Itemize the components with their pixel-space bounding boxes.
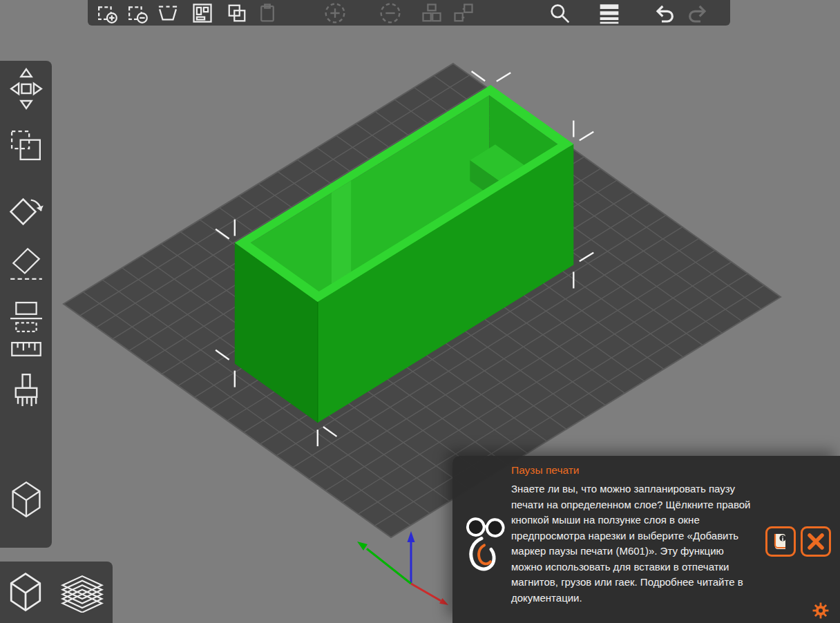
gizmo-toolbar [0, 61, 52, 548]
hint-body: Знаете ли вы, что можно запланировать па… [511, 481, 756, 606]
delete-all-icon [158, 3, 178, 23]
arrange-button[interactable] [189, 2, 216, 24]
close-icon [807, 533, 825, 550]
close-hint-button[interactable] [801, 526, 831, 557]
remove-instance-button[interactable] [376, 2, 404, 24]
arrange-icon [192, 3, 213, 23]
remove-instance-icon [379, 2, 401, 24]
search-icon [548, 2, 571, 24]
clippy-assistant-icon [461, 508, 509, 573]
copy-icon [227, 3, 247, 23]
book-info-icon [772, 533, 790, 550]
hint-dialog: Паузы печати Знаете ли вы, что можно зап… [452, 456, 840, 623]
cube-3d-icon [6, 571, 45, 612]
editor-3d-button[interactable] [6, 571, 45, 614]
top-toolbar [88, 0, 730, 26]
layers-icon [598, 2, 620, 24]
add-instance-icon [324, 2, 346, 24]
brush-icon [10, 373, 43, 415]
paint-supports-tool-button[interactable] [10, 373, 43, 415]
add-button[interactable] [93, 2, 121, 24]
delete-icon [127, 3, 148, 23]
preview-button[interactable] [58, 570, 106, 615]
undo-button[interactable] [651, 2, 678, 24]
gear-icon [812, 602, 829, 619]
move-tool-button[interactable] [10, 68, 43, 110]
scale-icon [10, 130, 42, 162]
hint-title: Паузы печати [511, 464, 760, 477]
paste-button[interactable] [254, 2, 281, 24]
cut-icon [10, 301, 42, 333]
rotate-tool-button[interactable] [9, 196, 44, 227]
measure-tool-button[interactable] [10, 340, 42, 360]
place-on-face-icon [9, 245, 44, 282]
place-on-face-tool-button[interactable] [9, 245, 44, 282]
copy-button[interactable] [223, 2, 251, 24]
cut-tool-button[interactable] [10, 301, 42, 333]
seam-tool-button[interactable] [8, 479, 44, 518]
cube-icon [8, 479, 44, 518]
add-instance-button[interactable] [321, 2, 349, 24]
delete-all-button[interactable] [154, 2, 182, 24]
axes-indicator [357, 531, 448, 605]
rotate-icon [9, 196, 44, 227]
redo-button[interactable] [684, 2, 712, 24]
move-icon [10, 68, 43, 110]
add-icon [97, 3, 117, 23]
hint-buttons [765, 526, 831, 557]
scale-tool-button[interactable] [10, 130, 42, 162]
search-button[interactable] [546, 2, 573, 24]
sliced-layers-icon [58, 570, 106, 613]
redo-icon [687, 2, 709, 24]
documentation-button[interactable] [765, 526, 796, 557]
split-objects-icon [421, 3, 442, 23]
measure-icon [10, 340, 42, 360]
hint-settings-button[interactable] [812, 602, 829, 619]
split-objects-button[interactable] [418, 2, 446, 24]
view-mode-toolbar [0, 562, 113, 623]
variable-layer-height-button[interactable] [595, 2, 623, 24]
paste-icon [257, 3, 278, 23]
split-parts-icon [453, 3, 474, 23]
split-parts-button[interactable] [450, 2, 477, 24]
undo-icon [653, 2, 676, 24]
delete-button[interactable] [124, 2, 151, 24]
